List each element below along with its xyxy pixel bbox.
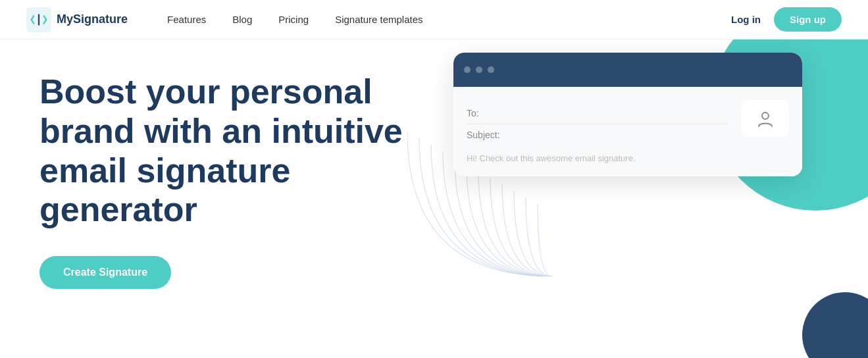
nav-features[interactable]: Features [167,14,206,25]
email-message: Hi! Check out this awesome email signatu… [467,145,789,166]
svg-point-1 [762,113,769,119]
signup-button[interactable]: Sign up [774,7,842,32]
header-dot-1 [464,66,471,73]
hero-section: Boost your personal brand with an intuit… [0,39,868,358]
navy-circle-decoration [802,292,868,358]
navbar: MySignature Features Blog Pricing Signat… [0,0,868,39]
hero-left: Boost your personal brand with an intuit… [0,39,408,358]
email-subject-row: Subject: [467,124,728,145]
logo-link[interactable]: MySignature [26,7,128,32]
nav-links: Features Blog Pricing Signature template… [167,14,731,25]
hero-title: Boost your personal brand with an intuit… [39,72,408,230]
nav-actions: Log in Sign up [731,7,842,32]
email-card-header [453,53,802,87]
email-card-body: To: Subject: Hi! Check out this awesome … [453,87,802,176]
login-button[interactable]: Log in [731,14,761,25]
person-icon [756,109,775,128]
nav-pricing[interactable]: Pricing [278,14,309,25]
nav-signature-templates[interactable]: Signature templates [335,14,422,25]
email-preview-card: To: Subject: Hi! Check out this awesome … [453,53,802,176]
create-signature-button[interactable]: Create Signature [39,256,171,289]
to-subject-area: To: Subject: [467,103,728,145]
nav-blog[interactable]: Blog [232,14,252,25]
avatar-area [742,100,789,137]
subject-label: Subject: [467,130,500,140]
header-dot-2 [476,66,482,73]
hero-right: To: Subject: Hi! Check out this awesome … [374,39,868,358]
email-compose-area: To: Subject: [467,97,789,145]
to-label: To: [467,108,479,118]
logo-icon [26,7,51,32]
brand-name: MySignature [57,13,128,26]
email-to-row: To: [467,103,728,124]
header-dot-3 [488,66,494,73]
